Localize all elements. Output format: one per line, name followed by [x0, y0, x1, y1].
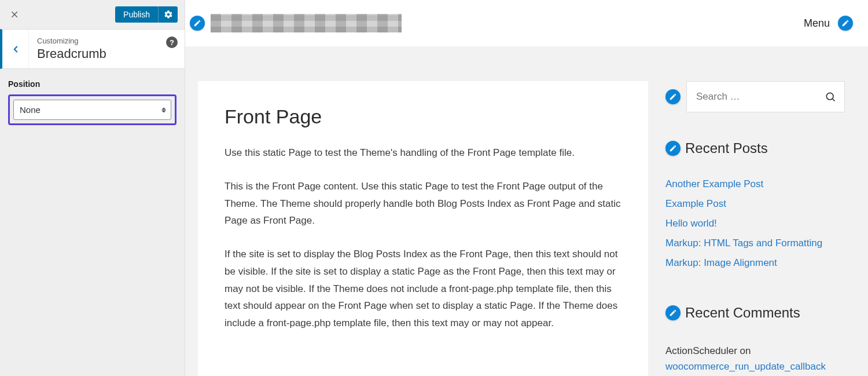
position-select[interactable]: None: [13, 100, 171, 120]
position-select-highlight: None: [8, 94, 176, 125]
page-paragraph: This is the Front Page content. Use this…: [225, 178, 621, 229]
pencil-icon: [193, 19, 201, 27]
search-widget-row: [665, 81, 845, 112]
customizer-section-titles: Customizing Breadcrumb ?: [29, 30, 185, 68]
pencil-icon: [669, 309, 677, 317]
recent-comments-widget: Recent Comments ActionScheduler on wooco…: [665, 293, 845, 374]
customizer-panel: Publish Customizing Breadcrumb ? Positio…: [0, 0, 185, 376]
recent-post-link[interactable]: Markup: Image Alignment: [665, 257, 777, 268]
svg-line-1: [833, 99, 835, 101]
edit-logo-shortcut[interactable]: [190, 16, 205, 31]
list-item: Markup: Image Alignment: [665, 257, 845, 269]
help-button[interactable]: ?: [166, 36, 178, 48]
customizer-title: Breadcrumb: [37, 46, 176, 61]
list-item: Example Post: [665, 198, 845, 210]
publish-button[interactable]: Publish: [115, 6, 158, 23]
comment-author: ActionScheduler: [665, 345, 737, 356]
search-input[interactable]: [695, 90, 825, 103]
select-caret-icon: [161, 107, 166, 112]
gear-icon: [164, 10, 173, 19]
recent-post-link[interactable]: Another Example Post: [665, 178, 763, 189]
edit-search-shortcut[interactable]: [665, 89, 681, 104]
customizer-actions: Publish: [115, 6, 178, 23]
list-item: Another Example Post: [665, 178, 845, 190]
customizer-supertitle: Customizing: [37, 36, 176, 45]
customizer-body: Position None: [0, 69, 185, 136]
close-customizer-button[interactable]: [7, 6, 23, 23]
site-logo-placeholder: [211, 14, 402, 32]
preview-body: Front Page Use this static Page to test …: [185, 46, 868, 376]
edit-menu-shortcut[interactable]: [838, 16, 853, 31]
back-button[interactable]: [2, 30, 29, 68]
pencil-icon: [669, 93, 677, 101]
search-box: [686, 81, 845, 112]
recent-posts-list: Another Example Post Example Post Hello …: [665, 178, 845, 269]
page-paragraph: Use this static Page to test the Theme's…: [225, 144, 621, 162]
comment-target-link[interactable]: woocommerce_run_update_callback: [665, 361, 826, 372]
customizer-topbar: Publish: [0, 0, 185, 29]
search-icon[interactable]: [825, 91, 836, 103]
comment-on-text: on: [737, 345, 751, 356]
site-header: Menu: [185, 0, 868, 46]
recent-comments-title: Recent Comments: [685, 305, 800, 321]
page-title: Front Page: [225, 105, 621, 128]
sidebar: Recent Posts Another Example Post Exampl…: [665, 81, 845, 374]
svg-point-0: [826, 93, 833, 100]
recent-post-link[interactable]: Example Post: [665, 198, 726, 209]
recent-post-link[interactable]: Markup: HTML Tags and Formatting: [665, 238, 822, 249]
recent-post-link[interactable]: Hello world!: [665, 218, 717, 229]
position-select-value: None: [20, 105, 41, 115]
customizer-section-header: Customizing Breadcrumb ?: [0, 29, 185, 69]
recent-posts-title: Recent Posts: [685, 140, 768, 156]
list-item: Hello world!: [665, 218, 845, 229]
close-icon: [10, 10, 20, 19]
page-paragraph: If the site is set to display the Blog P…: [225, 246, 621, 332]
recent-comment-item: ActionScheduler on woocommerce_run_updat…: [665, 343, 845, 374]
edit-recent-comments-shortcut[interactable]: [665, 305, 681, 320]
pencil-icon: [669, 144, 677, 152]
publish-settings-button[interactable]: [158, 6, 178, 23]
pencil-icon: [841, 19, 849, 27]
recent-posts-widget: Recent Posts Another Example Post Exampl…: [665, 129, 845, 277]
edit-recent-posts-shortcut[interactable]: [665, 141, 681, 156]
menu-toggle[interactable]: Menu: [804, 17, 830, 30]
list-item: Markup: HTML Tags and Formatting: [665, 238, 845, 249]
position-label: Position: [8, 79, 176, 89]
preview-pane: Menu Front Page Use this static Page to …: [185, 0, 868, 376]
page-content: Front Page Use this static Page to test …: [198, 81, 648, 376]
chevron-left-icon: [10, 44, 21, 54]
